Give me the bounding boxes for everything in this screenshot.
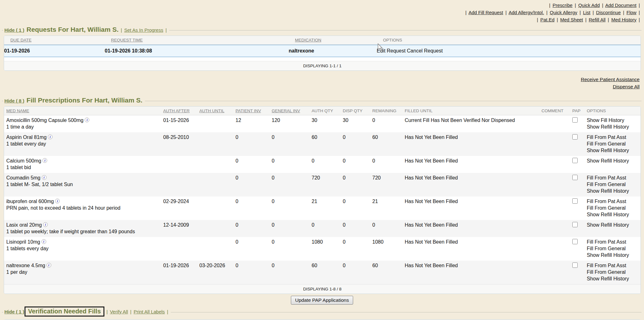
show-refill-history-link[interactable]: Show Refill History <box>587 148 629 153</box>
fill-from-pat-asst-link[interactable]: Fill From Pat Asst <box>587 263 626 268</box>
show-refill-history-link[interactable]: Show Refill History <box>587 222 629 228</box>
show-refill-history-link[interactable]: Show Refill History <box>587 188 629 194</box>
info-icon[interactable]: i <box>85 118 89 122</box>
fills-section-title: Fill Prescriptions For Hart, William S. <box>26 97 142 104</box>
fill-from-general-link[interactable]: Fill From General <box>587 269 626 275</box>
nav-link-quick-add[interactable]: Quick Add <box>578 3 600 8</box>
column-header-med-name[interactable]: MED NAME <box>6 108 163 113</box>
auth-until <box>199 157 236 171</box>
med-sig: 1 tablets every day <box>6 245 163 252</box>
pap-checkbox[interactable] <box>572 134 578 140</box>
nav-link-add-allergy-intol[interactable]: Add Allergy/Intol. <box>508 10 544 15</box>
print-all-labels-link[interactable]: Print All Labels <box>134 309 165 314</box>
pap-button-row: Update PAP Applications <box>0 296 644 305</box>
info-icon[interactable]: i <box>47 263 51 268</box>
auth-after: 02-29-2024 <box>163 198 199 218</box>
pap-checkbox[interactable] <box>572 222 578 227</box>
nav-link-quick-allergy[interactable]: Quick Allergy <box>550 10 577 15</box>
verification-section: Hide ( 1 ) Verification Needed Fills | V… <box>2 308 642 320</box>
fill-from-pat-asst-link[interactable]: Fill From Pat Asst <box>587 199 626 204</box>
dispense-all-link[interactable]: Dispense All <box>0 83 640 90</box>
verify-all-link[interactable]: Verify All <box>110 309 128 314</box>
nav-link-refill-all[interactable]: Refill All <box>589 17 605 22</box>
column-header-due-date[interactable]: DUE DATE <box>10 38 111 42</box>
set-as-in-progress-link[interactable]: Set As In Progress <box>124 27 163 33</box>
pap-checkbox[interactable] <box>572 158 578 163</box>
pap-checkbox[interactable] <box>572 262 578 268</box>
fill-from-general-link[interactable]: Fill From General <box>587 205 626 211</box>
separator: | <box>549 3 550 8</box>
filled-until: Has Not Yet Been Filled <box>405 174 541 194</box>
top-nav-row-3: | Pat.Ed | Med Sheet | Refill All | Med … <box>0 16 641 23</box>
column-header-auth-after[interactable]: AUTH AFTER <box>163 108 199 113</box>
med-sig: 1 per day <box>6 269 163 275</box>
request-row[interactable]: 01-19-2026 01-19-2026 10:38:08 naltrexon… <box>4 45 641 57</box>
column-header-medication[interactable]: MEDICATION <box>295 38 383 42</box>
update-pap-applications-button[interactable]: Update PAP Applications <box>291 296 353 305</box>
fill-from-pat-asst-link[interactable]: Fill From Pat Asst <box>587 239 626 245</box>
info-icon[interactable]: i <box>42 175 47 180</box>
nav-link-prescribe[interactable]: Prescribe <box>552 3 572 8</box>
remaining: 60 <box>372 262 405 282</box>
auth-until <box>199 222 236 235</box>
info-icon[interactable]: i <box>42 158 47 163</box>
info-icon[interactable]: i <box>42 239 46 244</box>
fill-row-naltrexone: naltrexone 4.5mgi1 per day 01-19-2026 03… <box>4 261 641 284</box>
column-header-general-inv[interactable]: GENERAL INV <box>272 108 312 113</box>
fill-from-pat-asst-link[interactable]: Fill From Pat Asst <box>587 175 626 180</box>
fills-displaying-text: DISPLAYING 1-8 / 8 <box>4 284 641 294</box>
remaining: 0 <box>372 117 405 130</box>
general-inv: 0 <box>272 262 312 282</box>
auth-until: 03-20-2026 <box>199 262 236 282</box>
nav-link-discontinue[interactable]: Discontinue <box>596 10 621 15</box>
column-header-request-time[interactable]: REQUEST TIME <box>111 38 295 42</box>
nav-link-med-sheet[interactable]: Med Sheet <box>560 17 583 22</box>
auth-qty: 60 <box>312 262 343 282</box>
cancel-request-link[interactable]: Cancel Request <box>407 48 443 53</box>
show-refill-history-link[interactable]: Show Refill History <box>587 158 629 163</box>
show-refill-history-link[interactable]: Show Refill History <box>587 252 629 258</box>
fill-from-general-link[interactable]: Fill From General <box>587 246 626 251</box>
show-fill-history-link[interactable]: Show Fill History <box>587 118 624 123</box>
column-header-patient-inv[interactable]: PATIENT INV <box>236 108 272 113</box>
filled-until: Has Not Yet Been Filled <box>405 198 541 218</box>
patient-inv: 0 <box>236 134 272 154</box>
fills-hide-link[interactable]: Hide ( 8 ) <box>4 98 24 103</box>
pap-checkbox[interactable] <box>572 239 578 244</box>
pap-checkbox[interactable] <box>572 175 578 180</box>
patient-inv: 0 <box>236 239 272 258</box>
pap-checkbox[interactable] <box>572 117 578 123</box>
fill-from-pat-asst-link[interactable]: Fill From Pat Asst <box>587 135 626 140</box>
requests-section: Hide ( 1 ) Requests For Hart, William S.… <box>2 26 642 71</box>
side-links: Receive Patient Assistance Dispense All <box>0 76 644 90</box>
fill-from-general-link[interactable]: Fill From General <box>587 141 626 146</box>
show-refill-history-link[interactable]: Show Refill History <box>587 276 629 281</box>
nav-link-list[interactable]: List <box>583 10 590 15</box>
info-icon[interactable]: i <box>43 222 48 227</box>
nav-link-med-history[interactable]: Med History <box>611 17 636 22</box>
table-spacer <box>4 57 641 61</box>
auth-after <box>163 174 199 194</box>
top-nav-row-1: | Prescribe | Quick Add | Add Document | <box>0 2 641 9</box>
column-header-auth-until[interactable]: AUTH UNTIL <box>199 108 236 113</box>
show-refill-history-link[interactable]: Show Refill History <box>587 124 629 130</box>
nav-link-pat-ed[interactable]: Pat.Ed <box>540 17 554 22</box>
med-sig: 1 time a day <box>6 124 163 130</box>
info-icon[interactable]: i <box>55 199 60 203</box>
edit-request-link[interactable]: Edit Request <box>377 48 406 53</box>
nav-link-flow[interactable]: Flow <box>626 10 636 15</box>
column-header-options: OPTIONS <box>587 108 641 113</box>
patient-inv: 0 <box>236 262 272 282</box>
med-name: naltrexone 4.5mg <box>6 263 45 268</box>
fill-from-general-link[interactable]: Fill From General <box>587 182 626 187</box>
nav-link-add-fill-request[interactable]: Add Fill Request <box>469 10 503 15</box>
requests-hide-link[interactable]: Hide ( 1 ) <box>4 27 24 33</box>
info-icon[interactable]: i <box>48 135 53 139</box>
verification-hide-link[interactable]: Hide ( 1 ) <box>4 309 24 314</box>
separator: | <box>623 10 624 15</box>
separator: | <box>602 3 603 8</box>
show-refill-history-link[interactable]: Show Refill History <box>587 212 629 217</box>
receive-patient-assistance-link[interactable]: Receive Patient Assistance <box>0 76 640 83</box>
nav-link-add-document[interactable]: Add Document <box>605 3 636 8</box>
pap-checkbox[interactable] <box>572 198 578 204</box>
